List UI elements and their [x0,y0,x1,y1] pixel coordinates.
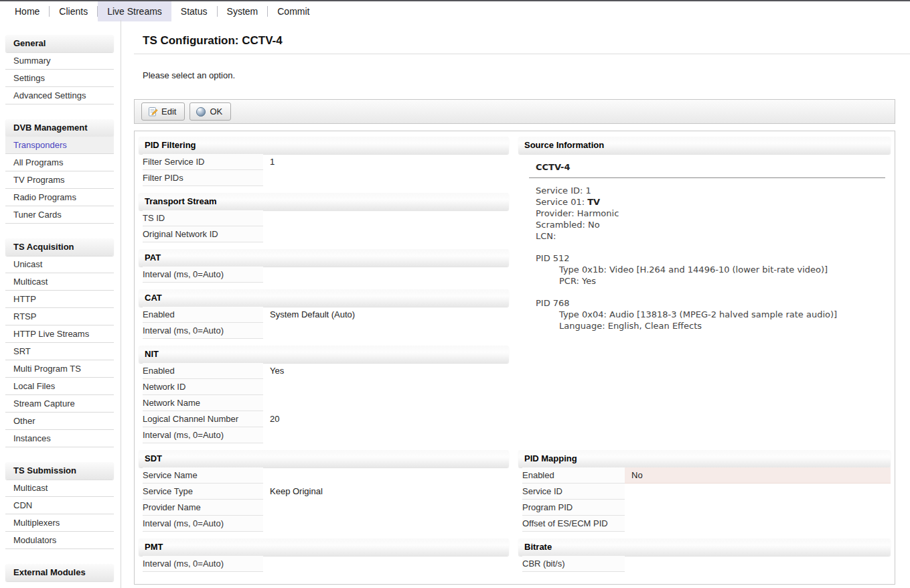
row-label: Program PID [522,500,625,516]
row-value: Yes [263,363,509,379]
source-pid-title: PID 512 [536,252,891,264]
sidebar-item-http[interactable]: HTTP [5,291,114,308]
sidebar-section-title: External Modules [5,564,114,581]
row-value: Keep Original [263,484,509,500]
config-row: Network Name [143,395,509,411]
section-header: PAT [139,249,509,267]
sidebar-section-title: General [5,35,114,52]
main-content: TS Configuration: CCTV-4 Please select a… [134,20,895,585]
sidebar-item-multicast-submission[interactable]: Multicast [5,480,114,497]
sidebar-item-radio-programs[interactable]: Radio Programs [5,189,114,206]
row-value [263,170,509,186]
row-label: Enabled [143,363,263,379]
row-label: Network Name [143,395,263,411]
row-value [263,323,509,339]
sidebar-item-tv-programs[interactable]: TV Programs [5,171,114,189]
row-label: Network ID [143,379,263,395]
source-service-id: Service ID: 1 [536,185,891,196]
nav-item-live-streams[interactable]: Live Streams [98,1,171,21]
source-pid-pcr: PCR: Yes [536,275,891,287]
nav-item-status[interactable]: Status [171,1,217,21]
row-label: Filter Service ID [143,154,263,170]
sidebar-item-srt[interactable]: SRT [5,343,114,360]
sidebar: General Summary Settings Advanced Settin… [0,20,121,588]
nav-item-clients[interactable]: Clients [50,1,97,21]
sidebar-item-instances[interactable]: Instances [5,430,114,447]
section-header: PMT [139,538,509,556]
config-row: Enabled System Default (Auto) [143,307,509,323]
sidebar-item-cdn[interactable]: CDN [5,497,114,514]
row-value [263,226,509,242]
sidebar-section-ts-acquisition: TS Acquisition Unicast Multicast HTTP RT… [5,238,121,447]
row-label: Service ID [522,484,625,500]
sidebar-item-settings[interactable]: Settings [5,70,114,87]
config-row: Interval (ms, 0=Auto) [143,427,509,443]
config-row: Interval (ms, 0=Auto) [143,556,509,572]
left-column: PID Filtering Filter Service ID 1 Filter… [139,137,509,579]
section-pid-mapping: PID Mapping Enabled No Service ID Progra… [518,450,891,532]
edit-button[interactable]: Edit [141,102,185,121]
row-value [625,556,891,572]
sidebar-item-local-files[interactable]: Local Files [5,378,114,395]
source-info-body: CCTV-4 Service ID: 1 Service 01: TV Prov… [518,154,891,443]
row-label: Interval (ms, 0=Auto) [143,427,263,443]
configuration-panel: PID Filtering Filter Service ID 1 Filter… [134,131,895,585]
source-provider: Provider: Harmonic [536,208,891,219]
title-divider [134,54,910,54]
sidebar-item-modulators[interactable]: Modulators [5,532,114,549]
sidebar-item-tuner-cards[interactable]: Tuner Cards [5,206,114,224]
sidebar-content-divider [121,20,121,588]
config-row: TS ID [143,210,509,226]
row-value [263,379,509,395]
row-label: Filter PIDs [143,170,263,186]
config-row: Service Name [143,467,509,484]
right-column: Source Information CCTV-4 Service ID: 1 … [518,137,891,579]
config-row: Network ID [143,379,509,395]
sidebar-section-external-modules: External Modules [5,564,121,581]
row-value [263,516,509,532]
row-label: CBR (bit/s) [522,556,625,572]
sidebar-item-summary[interactable]: Summary [5,52,114,70]
config-row: CBR (bit/s) [522,556,891,572]
toolbar: Edit OK [134,99,895,124]
nav-item-commit[interactable]: Commit [268,1,319,21]
row-value [263,556,509,572]
nav-item-home[interactable]: Home [5,1,49,21]
sidebar-item-unicast[interactable]: Unicast [5,256,114,273]
sidebar-item-multiplexers[interactable]: Multiplexers [5,514,114,532]
section-header: PID Filtering [139,137,509,154]
sidebar-item-other[interactable]: Other [5,413,114,430]
source-pid-type: Type 0x04: Audio [13818-3 (MPEG-2 halved… [536,309,891,320]
section-header: PID Mapping [518,450,891,467]
row-label: Service Type [143,484,263,500]
ok-button[interactable]: OK [189,102,231,121]
row-label: TS ID [143,210,263,226]
source-pid-language: Language: English, Clean Effects [536,320,891,332]
ok-button-label: OK [210,106,222,117]
section-header: Source Information [518,137,891,154]
section-sdt: SDT Service Name Service Type Keep Origi… [139,450,509,532]
sidebar-section-title: TS Submission [5,462,114,480]
section-nit: NIT Enabled Yes Network ID Network Name … [139,346,509,443]
sidebar-item-all-programs[interactable]: All Programs [5,154,114,171]
row-label: Interval (ms, 0=Auto) [143,556,263,572]
source-pid-block: PID 512 Type 0x1b: Video [H.264 and 1449… [529,252,891,287]
nav-item-system[interactable]: System [218,1,268,21]
row-value [263,267,509,283]
sidebar-item-transponders[interactable]: Transponders [5,137,114,154]
source-service-01-value: TV [587,197,600,207]
sidebar-item-advanced-settings[interactable]: Advanced Settings [5,87,114,104]
sidebar-section-title: DVB Management [5,119,114,137]
config-row: Interval (ms, 0=Auto) [143,267,509,283]
sidebar-item-rtsp[interactable]: RTSP [5,308,114,325]
row-value [625,500,891,516]
sidebar-item-stream-capture[interactable]: Stream Capture [5,395,114,413]
sidebar-item-http-live-streams[interactable]: HTTP Live Streams [5,325,114,343]
sidebar-item-multicast-acquisition[interactable]: Multicast [5,273,114,291]
row-label: Service Name [143,467,263,484]
source-pid-type: Type 0x1b: Video [H.264 and 14496-10 (lo… [536,264,891,275]
row-value: 20 [263,411,509,427]
source-pid-title: PID 768 [536,297,891,309]
edit-icon [147,106,158,117]
sidebar-item-multi-program-ts[interactable]: Multi Program TS [5,360,114,378]
